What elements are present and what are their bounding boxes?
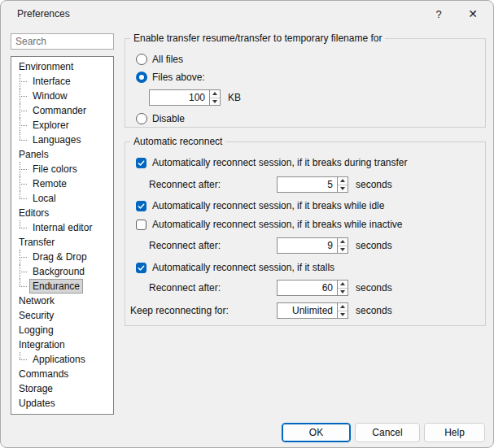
- tree-item-logging[interactable]: Logging: [11, 323, 113, 337]
- tree-item-network[interactable]: Network: [11, 294, 113, 308]
- tree-item-drag-drop[interactable]: Drag & Drop: [11, 250, 113, 264]
- checkbox-reconnect-idle[interactable]: Automatically reconnect session, if it b…: [136, 199, 384, 212]
- tree-item-explorer[interactable]: Explorer: [11, 118, 113, 133]
- checkbox-unchecked-icon: [136, 220, 146, 230]
- spin-down-icon[interactable]: [210, 98, 220, 106]
- reconnect-group: Automatic reconnect Automatically reconn…: [125, 141, 486, 326]
- keep-reconnecting-input[interactable]: [277, 302, 337, 319]
- checkbox-reconnect-stalls[interactable]: Automatically reconnect session, if it s…: [136, 261, 334, 274]
- checkbox-checked-icon: [136, 201, 146, 211]
- reconnect-after-inactive-row: Reconnect after: seconds: [149, 237, 392, 254]
- reconnect-transfer-spin: [277, 176, 348, 193]
- threshold-row: KB: [149, 89, 241, 106]
- tree-item-environment[interactable]: Environment: [11, 59, 113, 74]
- tree-item-remote[interactable]: Remote: [11, 176, 113, 191]
- keep-reconnecting-row: Keep reconnecting for: seconds: [130, 302, 392, 319]
- tree-item-languages[interactable]: Languages: [11, 133, 113, 147]
- radio-icon: [136, 113, 147, 124]
- spinner: [337, 176, 348, 193]
- resume-group-title: Enable transfer resume/transfer to tempo…: [130, 33, 385, 44]
- spin-down-icon[interactable]: [338, 246, 348, 254]
- spin-up-icon[interactable]: [338, 281, 348, 289]
- spinner: [337, 302, 348, 319]
- reconnect-after-stalls-row: Reconnect after: seconds: [149, 280, 392, 296]
- tree-item-updates[interactable]: Updates: [11, 396, 113, 411]
- checkbox-reconnect-transfer[interactable]: Automatically reconnect session, if it b…: [136, 156, 407, 169]
- titlebar: Preferences ? ✕: [1, 1, 493, 27]
- help-button[interactable]: Help: [424, 423, 485, 442]
- tree-item-integration[interactable]: Integration: [11, 337, 113, 352]
- tree-item-window[interactable]: Window: [11, 89, 113, 103]
- reconnect-inactive-input[interactable]: [277, 237, 337, 254]
- resume-group: Enable transfer resume/transfer to tempo…: [125, 38, 486, 128]
- spin-up-icon[interactable]: [338, 303, 348, 311]
- cancel-button[interactable]: Cancel: [355, 423, 420, 442]
- tree-item-local[interactable]: Local: [11, 191, 113, 206]
- reconnect-after-transfer-row: Reconnect after: seconds: [149, 176, 392, 193]
- threshold-input[interactable]: [149, 89, 209, 106]
- preferences-dialog: Preferences ? ✕ Environment Interface Wi…: [0, 0, 494, 448]
- threshold-spin: [149, 89, 221, 106]
- ok-button[interactable]: OK: [282, 423, 351, 442]
- tree-item-editors[interactable]: Editors: [11, 206, 113, 220]
- tree-item-commander[interactable]: Commander: [11, 103, 113, 118]
- help-icon[interactable]: ?: [422, 1, 455, 27]
- tree-item-panels[interactable]: Panels: [11, 147, 113, 162]
- tree-item-storage[interactable]: Storage: [11, 381, 113, 396]
- reconnect-stalls-input[interactable]: [277, 280, 337, 296]
- radio-disable[interactable]: Disable: [136, 112, 185, 125]
- keep-reconnecting-spin: [277, 302, 348, 319]
- spin-down-icon[interactable]: [338, 311, 348, 319]
- spinner: [337, 237, 348, 254]
- reconnect-inactive-spin: [277, 237, 348, 254]
- spinner: [209, 89, 221, 106]
- tree-item-security[interactable]: Security: [11, 308, 113, 323]
- spin-down-icon[interactable]: [338, 289, 348, 296]
- reconnect-group-title: Automatic reconnect: [130, 136, 225, 147]
- radio-checked-icon: [136, 72, 147, 83]
- spin-up-icon[interactable]: [210, 90, 220, 98]
- spinner: [337, 280, 348, 296]
- search-input[interactable]: [11, 33, 114, 50]
- radio-icon: [136, 54, 147, 65]
- reconnect-stalls-spin: [277, 280, 348, 296]
- checkbox-reconnect-inactive[interactable]: Automatically reconnect session, if it b…: [136, 218, 402, 231]
- close-icon[interactable]: ✕: [457, 1, 489, 27]
- tree-item-internal-editor[interactable]: Internal editor: [11, 220, 113, 235]
- reconnect-transfer-input[interactable]: [277, 176, 337, 193]
- preferences-tree: Environment Interface Window Commander E…: [11, 56, 114, 415]
- radio-files-above[interactable]: Files above:: [136, 71, 205, 84]
- tree-item-file-colors[interactable]: File colors: [11, 162, 113, 176]
- window-title: Preferences: [17, 8, 70, 20]
- tree-item-commands[interactable]: Commands: [11, 367, 113, 381]
- spin-down-icon[interactable]: [338, 185, 348, 193]
- tree-item-background[interactable]: Background: [11, 264, 113, 279]
- tree-item-applications[interactable]: Applications: [11, 352, 113, 367]
- threshold-unit: KB: [228, 92, 241, 103]
- checkbox-checked-icon: [136, 263, 146, 273]
- tree-item-interface[interactable]: Interface: [11, 74, 113, 89]
- spin-up-icon[interactable]: [338, 177, 348, 185]
- tree-item-endurance[interactable]: Endurance: [11, 279, 113, 294]
- spin-up-icon[interactable]: [338, 238, 348, 246]
- tree-item-transfer[interactable]: Transfer: [11, 235, 113, 250]
- checkbox-checked-icon: [136, 158, 146, 168]
- radio-all-files[interactable]: All files: [136, 53, 183, 66]
